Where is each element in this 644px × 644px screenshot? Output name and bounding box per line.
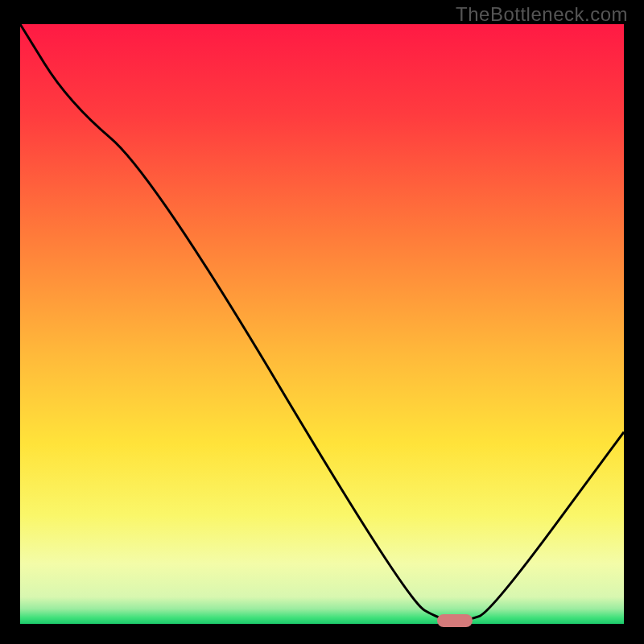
watermark-text: TheBottleneck.com xyxy=(456,3,628,26)
plot-area xyxy=(20,24,624,624)
plot-svg xyxy=(20,24,624,624)
optimal-point-marker xyxy=(437,614,473,627)
gradient-rect xyxy=(20,24,624,624)
chart-frame: TheBottleneck.com xyxy=(0,0,644,644)
